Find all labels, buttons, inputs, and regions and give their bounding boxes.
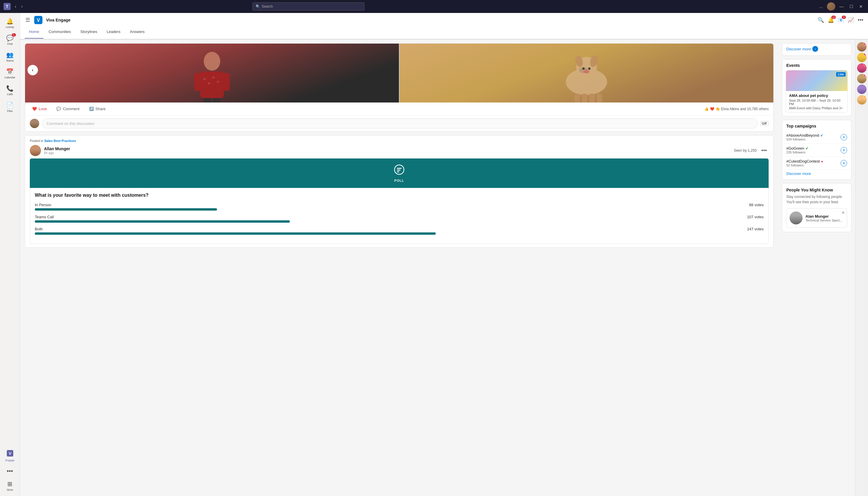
share-icon: ↗️ [89, 107, 94, 111]
sidebar-item-more[interactable]: ••• [2, 465, 18, 477]
svg-rect-7 [200, 72, 224, 98]
poll-option-votes-2: 107 votes [747, 215, 764, 219]
search-icon: 🔍 [256, 4, 260, 9]
share-button[interactable]: ↗️ Share [87, 106, 108, 112]
community-link[interactable]: Sales Best Practices [44, 139, 76, 142]
calendar-icon: 📅 [6, 68, 14, 75]
far-avatar-1[interactable]: ● [857, 42, 867, 51]
event-subtitle: AMA Event with Daisy Phillips and 3+ [789, 106, 844, 110]
more-icon: ••• [7, 468, 13, 475]
top-bell-icon[interactable]: 🔔 12 [828, 17, 834, 23]
person-row: Alan Munger Technical Service Speci... ✕ [786, 208, 847, 228]
campaign-name-1: #AboveAndBeyond ✔ [786, 133, 838, 138]
poll-option-2: Teams Call 107 votes [35, 215, 764, 223]
far-avatar-3[interactable]: ● [857, 63, 867, 73]
svg-point-23 [583, 70, 589, 73]
follow-campaign-1-button[interactable]: + [841, 134, 847, 140]
nav-item-communities[interactable]: Communities [45, 25, 75, 38]
post-image-right [400, 44, 773, 103]
close-button[interactable]: ✕ [857, 3, 865, 10]
author-avatar [30, 145, 41, 156]
post-card-poll: Posted in Sales Best Practices Allan Mun… [25, 135, 774, 248]
sidebar-item-engage[interactable]: V Engage [2, 448, 18, 464]
follow-campaign-2-button[interactable]: + [841, 147, 847, 153]
top-more-icon[interactable]: ••• [858, 17, 863, 23]
title-search-bar[interactable]: 🔍 Search [252, 2, 364, 11]
poll-option-row-1: In Person 88 votes [35, 203, 764, 207]
sidebar-item-label-files: Files [7, 110, 13, 112]
top-chart-icon[interactable]: 📈 [848, 17, 854, 23]
event-time: Sept 28, 10:00 AM – Sept 29, 10:00 PM [789, 99, 844, 106]
campaign-followers-1: 534 followers [786, 138, 838, 141]
discover-more-campaigns-label: Discover more [786, 171, 811, 176]
person-name: Alan Munger [806, 214, 842, 219]
svg-point-6 [204, 52, 220, 71]
minimize-button[interactable]: — [838, 3, 845, 10]
follow-campaign-3-button[interactable]: + [841, 160, 847, 167]
svg-rect-29 [397, 168, 402, 169]
svg-point-22 [588, 67, 590, 70]
event-item[interactable]: Live AMA about pet policy Sept 28, 10:00… [786, 70, 848, 112]
far-avatar-5[interactable] [857, 84, 867, 94]
heart-icon: ❤️ [32, 107, 37, 111]
comment-button[interactable]: 💬 Comment [54, 106, 82, 112]
nav-item-answers[interactable]: Answers [126, 25, 149, 38]
close-person-button[interactable]: ✕ [841, 210, 845, 215]
poll-option-votes-3: 147 votes [747, 227, 764, 231]
campaign-item-1: #AboveAndBeyond ✔ 534 followers + [782, 131, 851, 144]
comment-input[interactable]: Comment on this discussion [42, 119, 758, 128]
discover-more-top-link[interactable]: Discover more › [782, 44, 851, 56]
love-button[interactable]: ❤️ Love [30, 106, 49, 112]
titlebar-more-button[interactable]: ... [818, 3, 825, 10]
heart-reaction-icon: ❤️ [710, 107, 714, 111]
sidebar-item-store[interactable]: ⊞ Store [2, 478, 18, 494]
avatar-badge-2: ● [864, 53, 867, 56]
teams-logo-icon: T [3, 3, 11, 10]
nav-item-storylines[interactable]: Storylines [76, 25, 101, 38]
nav-item-leaders[interactable]: Leaders [103, 25, 125, 38]
campaigns-title: Top campaigns [786, 124, 817, 128]
campaigns-header: Top campaigns [782, 120, 851, 131]
far-avatar-6[interactable]: ! [857, 95, 867, 105]
forward-arrow-button[interactable]: › [19, 3, 24, 10]
sidebar-item-files[interactable]: 📄 Files [2, 99, 18, 115]
nav-item-home[interactable]: Home [25, 25, 43, 38]
discover-more-top-label: Discover more [786, 47, 811, 51]
back-arrow-button[interactable]: ‹ [13, 3, 18, 10]
poll-option-votes-1: 88 votes [749, 203, 764, 207]
svg-rect-8 [194, 73, 203, 91]
sidebar-item-calls[interactable]: 📞 Calls [2, 82, 18, 98]
hamburger-button[interactable]: ☰ [25, 16, 31, 24]
far-avatar-2[interactable]: ● [857, 53, 867, 62]
sidebar-item-activity[interactable]: 🔔 Activity [2, 15, 18, 31]
author-info: Allan Munger 5h ago [44, 146, 731, 155]
discover-more-campaigns-link[interactable]: Discover more [786, 171, 847, 176]
svg-text:V: V [37, 18, 40, 23]
far-avatar-4[interactable]: ● [857, 74, 867, 83]
maximize-button[interactable]: ☐ [848, 3, 855, 10]
sidebar-item-chat[interactable]: 💬 Chat 1 [2, 32, 18, 48]
engage-title: Viva Engage [46, 18, 71, 22]
event-title: AMA about pet policy [789, 93, 844, 98]
poll-bar-3 [35, 232, 436, 235]
svg-rect-25 [582, 94, 587, 103]
event-banner: Live [786, 71, 847, 91]
discover-more-top-card: Discover more › [782, 43, 852, 56]
top-search-icon[interactable]: 🔍 [818, 17, 824, 23]
svg-point-21 [582, 67, 585, 70]
campaign-followers-3: 52 followers [786, 164, 838, 167]
sidebar-item-calendar[interactable]: 📅 Calendar [2, 66, 18, 81]
person-title: Technical Service Speci... [806, 219, 842, 222]
top-mail-icon[interactable]: 📧 5 [838, 17, 844, 23]
post-card-images: ‹ [25, 43, 774, 131]
svg-rect-11 [213, 98, 221, 103]
back-button[interactable]: ‹ [27, 65, 38, 75]
sidebar-item-teams[interactable]: 👥 Teams [2, 49, 18, 64]
title-bar: T ‹ › 🔍 Search ... — ☐ ✕ [0, 0, 868, 13]
gif-button[interactable]: GIF [760, 121, 769, 126]
svg-point-12 [204, 78, 206, 80]
poll-icon [394, 164, 405, 177]
user-avatar[interactable] [827, 2, 835, 11]
post-more-button[interactable]: ••• [760, 147, 769, 154]
clap-icon: 👏 [716, 107, 720, 111]
